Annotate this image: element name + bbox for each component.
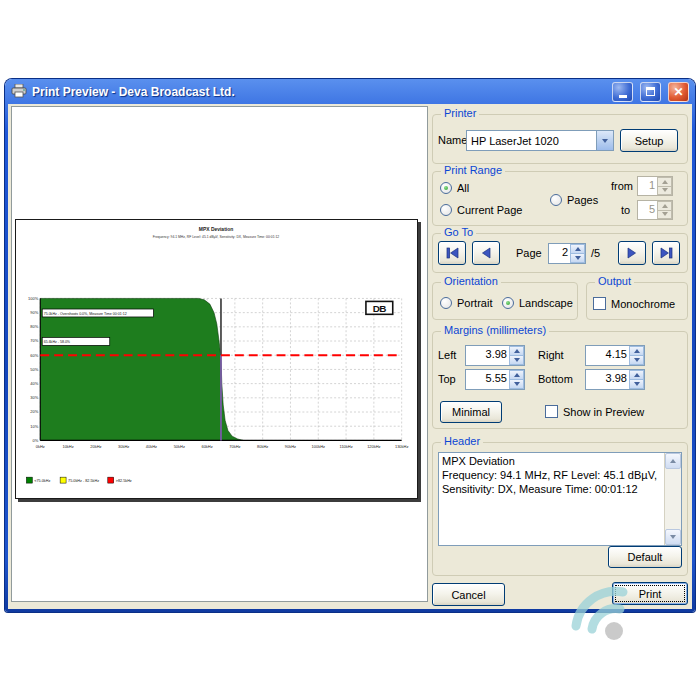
radio-current-page[interactable]: Current Page <box>440 204 522 216</box>
previous-page-icon <box>479 246 493 260</box>
svg-text:70%: 70% <box>30 338 38 343</box>
dialog-body: MPX DeviationFrequency: 94.1 MHz, RF Lev… <box>8 104 692 609</box>
svg-text:10%: 10% <box>30 424 38 429</box>
bottom-margin-stepper[interactable]: 3.98 <box>585 369 645 390</box>
print-preview-pane[interactable]: MPX DeviationFrequency: 94.1 MHz, RF Lev… <box>11 106 428 602</box>
page-number-stepper[interactable]: 2 <box>548 243 586 264</box>
svg-text:40kHz: 40kHz <box>146 444 157 449</box>
show-in-preview-checkbox[interactable]: Show in Preview <box>545 405 644 418</box>
radio-landscape[interactable]: Landscape <box>502 297 573 309</box>
svg-text:Frequency: 94.1 MHz, RF Level:: Frequency: 94.1 MHz, RF Level: 45.1 dBµV… <box>153 235 279 239</box>
monochrome-checkbox-icon[interactable] <box>593 297 606 310</box>
radio-landscape-label: Landscape <box>519 297 573 309</box>
svg-text:75.0kHz - Overshoots 0.0%, Mea: 75.0kHz - Overshoots 0.0%, Measure Time … <box>44 312 127 316</box>
svg-text:<75.0kHz: <75.0kHz <box>34 479 50 483</box>
show-in-preview-label: Show in Preview <box>563 406 644 418</box>
print-button[interactable]: Print <box>612 582 688 605</box>
minimize-button[interactable] <box>612 82 633 102</box>
from-label: from <box>611 180 633 192</box>
svg-text:50kHz: 50kHz <box>174 444 185 449</box>
page-number-value[interactable]: 2 <box>549 244 570 263</box>
svg-text:0%: 0% <box>33 438 39 443</box>
radio-pages-icon[interactable] <box>550 194 562 206</box>
spin-up-icon <box>657 177 672 186</box>
header-scrollbar[interactable] <box>664 453 681 545</box>
spin-down-icon[interactable] <box>629 379 644 389</box>
bottom-margin-value[interactable]: 3.98 <box>586 370 629 389</box>
spin-down-icon[interactable] <box>509 379 524 389</box>
svg-text:20%: 20% <box>30 409 38 414</box>
spin-down-icon <box>657 186 672 196</box>
radio-pages-label: Pages <box>567 194 598 206</box>
setup-button[interactable]: Setup <box>620 129 678 152</box>
radio-all-icon[interactable] <box>440 182 452 194</box>
radio-all-label: All <box>457 182 469 194</box>
printer-select[interactable]: HP LaserJet 1020 <box>466 130 614 151</box>
spin-up-icon[interactable] <box>570 244 585 253</box>
show-in-preview-checkbox-icon[interactable] <box>545 405 558 418</box>
chevron-down-icon[interactable] <box>596 131 613 150</box>
scroll-down-icon[interactable] <box>665 529 681 545</box>
right-margin-value[interactable]: 4.15 <box>586 346 629 365</box>
spin-down-icon[interactable] <box>629 355 644 365</box>
monochrome-checkbox[interactable]: Monochrome <box>593 297 675 310</box>
left-margin-stepper[interactable]: 3.98 <box>465 345 525 366</box>
spin-up-icon[interactable] <box>509 370 524 379</box>
right-margin-label: Right <box>538 349 564 361</box>
right-margin-stepper[interactable]: 4.15 <box>585 345 645 366</box>
window-title: Print Preview - Deva Broadcast Ltd. <box>32 85 605 99</box>
svg-text:10kHz: 10kHz <box>62 444 73 449</box>
minimal-button[interactable]: Minimal <box>440 401 502 423</box>
header-textarea[interactable]: MPX Deviation Frequency: 94.1 MHz, RF Le… <box>438 452 682 546</box>
svg-text:0kHz: 0kHz <box>36 444 45 449</box>
header-text[interactable]: MPX Deviation Frequency: 94.1 MHz, RF Le… <box>439 453 664 545</box>
scroll-up-icon[interactable] <box>665 453 681 469</box>
from-page-stepper: 1 <box>637 176 673 196</box>
page-total-label: /5 <box>591 247 600 259</box>
radio-all[interactable]: All <box>440 182 469 194</box>
close-button[interactable]: ✕ <box>668 82 689 102</box>
output-group-label: Output <box>595 275 634 287</box>
titlebar[interactable]: Print Preview - Deva Broadcast Ltd. ✕ <box>5 79 695 104</box>
to-page-value: 5 <box>638 201 657 219</box>
top-margin-stepper[interactable]: 5.55 <box>465 369 525 390</box>
svg-text:30%: 30% <box>30 395 38 400</box>
radio-portrait[interactable]: Portrait <box>440 297 492 309</box>
last-page-icon <box>659 246 674 260</box>
svg-text:100kHz: 100kHz <box>312 444 325 449</box>
radio-current-page-icon[interactable] <box>440 204 452 216</box>
first-page-button[interactable] <box>438 241 466 265</box>
radio-pages[interactable]: Pages <box>550 194 598 206</box>
radio-portrait-icon[interactable] <box>440 297 452 309</box>
svg-text:75.0kHz - 82.5kHz: 75.0kHz - 82.5kHz <box>68 479 99 483</box>
left-margin-label: Left <box>438 349 456 361</box>
last-page-button[interactable] <box>652 241 680 265</box>
next-page-icon <box>625 246 639 260</box>
svg-text:80%: 80% <box>30 324 38 329</box>
radio-portrait-label: Portrait <box>457 297 492 309</box>
spin-up-icon <box>657 201 672 210</box>
left-margin-value[interactable]: 3.98 <box>466 346 509 365</box>
svg-text:60%: 60% <box>30 353 38 358</box>
default-button[interactable]: Default <box>608 546 682 568</box>
previous-page-button[interactable] <box>472 241 500 265</box>
svg-text:90%: 90% <box>30 310 38 315</box>
bottom-margin-label: Bottom <box>538 373 573 385</box>
margins-group-label: Margins (millimeters) <box>441 324 549 336</box>
close-icon: ✕ <box>673 86 683 98</box>
svg-text:90kHz: 90kHz <box>285 444 296 449</box>
to-page-stepper: 5 <box>637 200 673 220</box>
spin-down-icon[interactable] <box>509 355 524 365</box>
svg-text:50%: 50% <box>30 367 38 372</box>
spin-up-icon[interactable] <box>629 346 644 355</box>
maximize-button[interactable] <box>640 82 661 102</box>
cancel-button[interactable]: Cancel <box>432 583 505 606</box>
spin-up-icon[interactable] <box>629 370 644 379</box>
spin-down-icon[interactable] <box>570 253 585 263</box>
spin-up-icon[interactable] <box>509 346 524 355</box>
top-margin-label: Top <box>438 373 456 385</box>
svg-text:120kHz: 120kHz <box>367 444 380 449</box>
next-page-button[interactable] <box>618 241 646 265</box>
top-margin-value[interactable]: 5.55 <box>466 370 509 389</box>
radio-landscape-icon[interactable] <box>502 297 514 309</box>
